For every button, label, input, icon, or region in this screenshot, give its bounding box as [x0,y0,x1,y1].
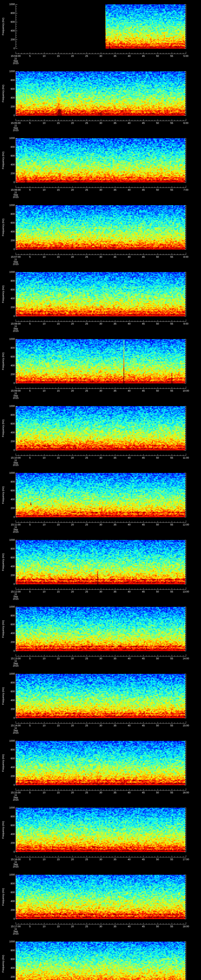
time-axis-end-label: 9:00 [183,323,188,325]
y-tick-label: 600 [6,21,15,23]
time-axis-end-label: 17:00 [183,858,189,861]
second-tick-label: 30 [99,724,102,727]
second-tick-label: 40 [128,925,131,928]
second-tick-label: 35 [114,657,116,660]
second-tick-label: 20 [71,457,74,459]
second-tick-label: 50 [156,858,159,861]
time-axis-end-label: 18:00 [183,925,189,928]
second-tick-label: 30 [99,858,102,861]
date-label: 11 Sep 2015 [13,727,19,734]
second-tick-label: 35 [114,55,116,57]
second-tick-label: 35 [114,791,116,794]
y-tick-label: 200 [6,239,15,242]
spectrogram-canvas [0,673,201,740]
second-tick-label: 15 [57,590,60,593]
y-axis-title: Frequency (Hz) [2,18,4,35]
date-label: 11 Sep 2015 [13,325,19,332]
date-label: 11 Sep 2015 [13,258,19,266]
y-tick-label: 200 [6,909,15,911]
second-tick-label: 15 [57,457,60,459]
second-tick-label: 40 [128,256,131,258]
y-tick-label: 400 [6,431,15,434]
y-tick-label: 400 [6,900,15,902]
y-axis-title: Frequency (Hz) [2,218,4,236]
y-tick-label: 1000 [6,137,15,139]
spectrogram-canvas [0,473,201,539]
second-tick-label: 15 [57,122,60,124]
second-tick-label: 20 [71,122,74,124]
y-tick-label: 1000 [6,873,15,876]
second-tick-label: 10 [43,189,45,191]
y-tick-label: 400 [6,498,15,501]
y-tick-label: 600 [6,489,15,492]
date-year-label: 2015 [13,396,19,399]
second-tick-label: 5 [29,925,30,928]
spectrogram-row: Frequency (Hz) 15:10:00 11 Sep 2015 11:0… [0,406,201,473]
second-tick-label: 20 [71,55,74,57]
second-tick-label: 50 [156,122,159,124]
y-tick-label: 800 [6,79,15,81]
y-tick-label: 200 [6,440,15,442]
second-tick-label: 55 [171,256,173,258]
spectrogram-row: Frequency (Hz) 15:09:00 11 Sep 2015 10:0… [0,339,201,406]
y-tick-label: 0 [6,650,15,652]
y-axis-title: Frequency (Hz) [2,553,4,571]
second-tick-label: 20 [71,256,74,258]
second-tick-label: 10 [43,55,45,57]
second-tick-label: 45 [142,390,145,392]
second-tick-label: 25 [85,390,88,392]
second-tick-label: 40 [128,724,131,727]
second-tick-label: 25 [85,791,88,794]
time-axis-end-label: 13:00 [183,590,189,593]
y-tick-label: 1000 [6,271,15,273]
y-tick-label: 600 [6,958,15,960]
spectrogram-row: Frequency (Hz) 15:15:00 11 Sep 2015 16:0… [0,740,201,807]
second-tick-label: 5 [29,256,30,258]
second-tick-label: 35 [114,925,116,928]
time-axis-end-label: 14:00 [183,657,189,660]
second-tick-label: 30 [99,791,102,794]
second-tick-label: 35 [114,323,116,325]
y-tick-label: 600 [6,557,15,559]
second-tick-label: 15 [57,523,60,526]
second-tick-label: 15 [57,791,60,794]
y-tick-label: 800 [6,213,15,215]
y-tick-label: 200 [6,842,15,844]
spectrogram-canvas [0,339,201,406]
second-tick-label: 20 [71,858,74,861]
y-tick-label: 0 [6,717,15,719]
date-year-label: 2015 [13,129,19,132]
date-label: 11 Sep 2015 [13,593,19,600]
time-axis-end-label: 15:00 [183,724,189,727]
second-tick-label: 30 [99,523,102,526]
y-tick-label: 0 [6,47,15,49]
second-tick-label: 40 [128,390,131,392]
y-tick-label: 200 [6,574,15,576]
second-tick-label: 25 [85,523,88,526]
y-tick-label: 1000 [6,740,15,742]
date-label: 11 Sep 2015 [13,526,19,533]
second-tick-label: 40 [128,55,131,57]
date-year-label: 2015 [13,597,19,600]
second-tick-label: 10 [43,724,45,727]
second-tick-label: 10 [43,256,45,258]
second-tick-label: 55 [171,189,173,191]
y-tick-label: 600 [6,356,15,358]
time-axis-end-label: 5:00 [183,55,188,57]
second-tick-label: 20 [71,724,74,727]
second-tick-label: 50 [156,457,159,459]
second-tick-label: 30 [99,189,102,191]
date-label: 11 Sep 2015 [13,459,19,466]
second-tick-label: 45 [142,55,145,57]
second-tick-label: 45 [142,590,145,593]
second-tick-label: 10 [43,791,45,794]
time-axis-end-label: 11:00 [183,457,189,459]
y-tick-label: 800 [6,280,15,282]
second-tick-label: 25 [85,323,88,325]
second-tick-label: 25 [85,457,88,459]
y-axis-title: Frequency (Hz) [2,754,4,772]
date-label: 11 Sep 2015 [13,794,19,801]
second-tick-label: 15 [57,657,60,660]
second-tick-label: 45 [142,122,145,124]
y-axis-title: Frequency (Hz) [2,352,4,370]
